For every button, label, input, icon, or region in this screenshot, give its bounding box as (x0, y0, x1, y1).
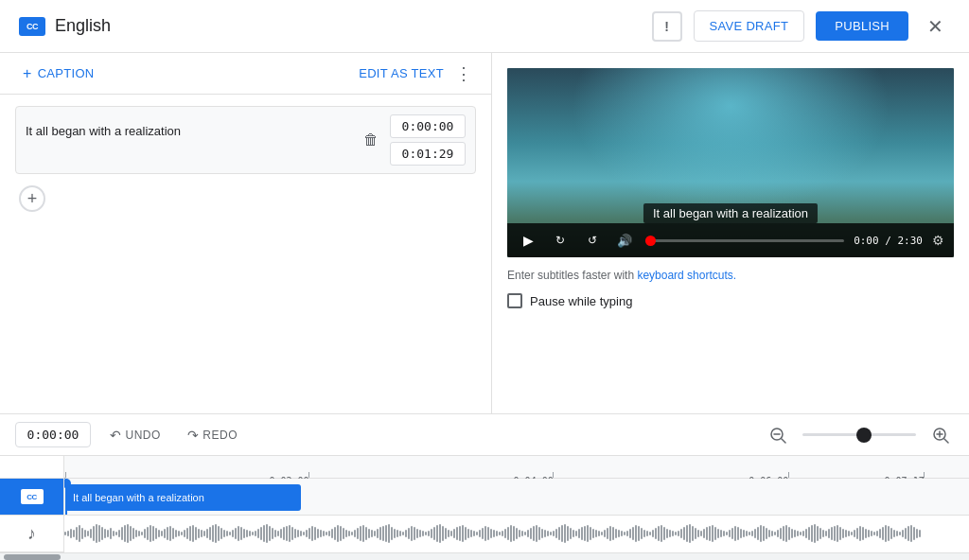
caption-item: It all began with a realization 🗑 (15, 106, 476, 174)
progress-bar[interactable] (645, 239, 844, 242)
video-container: It all began with a realization ▶ ↻ ↺ 🔊 … (507, 68, 954, 257)
top-bar-left: CC English (19, 16, 652, 36)
more-options-button[interactable]: ⋮ (451, 60, 476, 88)
zoom-in-button[interactable] (927, 422, 954, 448)
publish-button[interactable]: PUBLISH (816, 11, 908, 41)
shortcuts-link-text: keyboard shortcuts. (637, 269, 736, 282)
rewind-button[interactable]: ↻ (549, 229, 572, 252)
captions-list: It all began with a realization 🗑 + (0, 95, 491, 413)
add-caption-label: CAPTION (38, 66, 95, 80)
cc-track-icon: CC (21, 489, 44, 504)
cc-icon: CC (19, 17, 45, 36)
timeline-playhead (65, 479, 67, 515)
ruler-marks: 0:00:00 0:02:00 0:04:00 0:06:00 (64, 456, 969, 478)
bottom-panel: 0:00:00 ↶ UNDO ↷ REDO (0, 413, 969, 560)
top-bar: CC English ! SAVE DRAFT PUBLISH ✕ (0, 0, 969, 53)
scrollbar-thumb[interactable] (4, 554, 61, 560)
ruler-label-spacer (0, 456, 63, 479)
caption-toolbar: + CAPTION EDIT AS TEXT ⋮ (0, 53, 491, 95)
caption-start-time[interactable] (390, 114, 466, 138)
plus-icon: + (23, 65, 32, 82)
timeline-ruler: 0:00:00 0:02:00 0:04:00 0:06:00 (64, 456, 969, 479)
pause-typing-label: Pause while typing (530, 294, 632, 308)
close-button[interactable]: ✕ (920, 11, 950, 42)
app-container: CC English ! SAVE DRAFT PUBLISH ✕ + CAPT… (0, 0, 969, 560)
undo-button[interactable]: ↶ UNDO (102, 423, 168, 447)
pause-typing-checkbox[interactable] (507, 293, 522, 308)
shortcuts-text: Enter subtitles faster with (507, 269, 637, 282)
video-subtitle: It all began with a realization (643, 203, 818, 223)
undo-icon: ↶ (110, 428, 122, 443)
time-display: 0:00 / 2:30 (854, 235, 923, 247)
video-controls: ▶ ↻ ↺ 🔊 0:00 / 2:30 ⚙ (507, 223, 954, 257)
top-bar-right: ! SAVE DRAFT PUBLISH ✕ (652, 10, 950, 42)
ruler-mark-4: 0:07:17 (924, 472, 925, 478)
settings-button[interactable]: ⚙ (932, 233, 944, 248)
timeline-toolbar: 0:00:00 ↶ UNDO ↷ REDO (0, 414, 969, 456)
forward-button[interactable]: ↺ (581, 229, 604, 252)
horizontal-scrollbar[interactable] (0, 552, 969, 560)
caption-times (390, 114, 466, 166)
cc-track: It all began with a realization (64, 479, 969, 516)
total-time: 2:30 (898, 235, 924, 247)
track-labels: CC ♪ (0, 456, 64, 552)
caption-text-input[interactable]: It all began with a realization (26, 123, 352, 157)
caption-delete-button[interactable]: 🗑 (360, 128, 382, 152)
audio-track (64, 516, 969, 552)
keyboard-shortcuts-link[interactable]: keyboard shortcuts. (637, 269, 736, 282)
add-caption-button[interactable]: + CAPTION (15, 60, 102, 88)
left-panel: + CAPTION EDIT AS TEXT ⋮ It all began wi… (0, 53, 492, 413)
cc-track-label: CC (0, 479, 63, 516)
svg-line-1 (782, 439, 785, 443)
add-caption-circle-button[interactable]: + (19, 185, 45, 212)
ruler-mark-0: 0:00:00 (65, 472, 66, 478)
zoom-slider-container (802, 433, 916, 436)
ruler-mark-3: 0:06:00 (788, 472, 789, 478)
warning-icon: ! (664, 19, 669, 34)
audio-track-label: ♪ (0, 516, 63, 552)
right-panel: It all began with a realization ▶ ↻ ↺ 🔊 … (492, 53, 969, 413)
main-content: + CAPTION EDIT AS TEXT ⋮ It all began wi… (0, 53, 969, 413)
progress-dot (645, 236, 656, 246)
play-button[interactable]: ▶ (517, 229, 539, 252)
edit-as-text-button[interactable]: EDIT AS TEXT (351, 61, 451, 86)
caption-block[interactable]: It all began with a realization (65, 484, 301, 511)
time-separator: / (885, 235, 897, 247)
undo-label: UNDO (126, 429, 161, 442)
pause-typing-row: Pause while typing (507, 293, 954, 308)
timeline-tracks: 0:00:00 0:02:00 0:04:00 0:06:00 (64, 456, 969, 552)
volume-button[interactable]: 🔊 (613, 229, 636, 252)
shortcuts-hint: Enter subtitles faster with keyboard sho… (507, 269, 954, 282)
warning-button[interactable]: ! (652, 11, 682, 42)
current-time: 0:00 (854, 235, 879, 247)
svg-line-4 (944, 439, 948, 443)
caption-end-time[interactable] (390, 142, 466, 166)
redo-icon: ↷ (187, 428, 200, 443)
ruler-mark-1: 0:02:00 (308, 472, 309, 478)
ruler-mark-2: 0:04:00 (553, 472, 554, 478)
waveform (64, 520, 969, 548)
zoom-out-button[interactable] (765, 422, 791, 448)
music-icon: ♪ (27, 524, 36, 544)
redo-label: REDO (203, 429, 238, 442)
redo-button[interactable]: ↷ REDO (180, 423, 245, 447)
save-draft-button[interactable]: SAVE DRAFT (694, 10, 805, 42)
zoom-slider[interactable] (802, 433, 916, 436)
timecode-display: 0:00:00 (15, 422, 91, 447)
timeline-area: CC ♪ 0:00:00 0:02:00 (0, 456, 969, 552)
language-title: English (55, 16, 111, 36)
